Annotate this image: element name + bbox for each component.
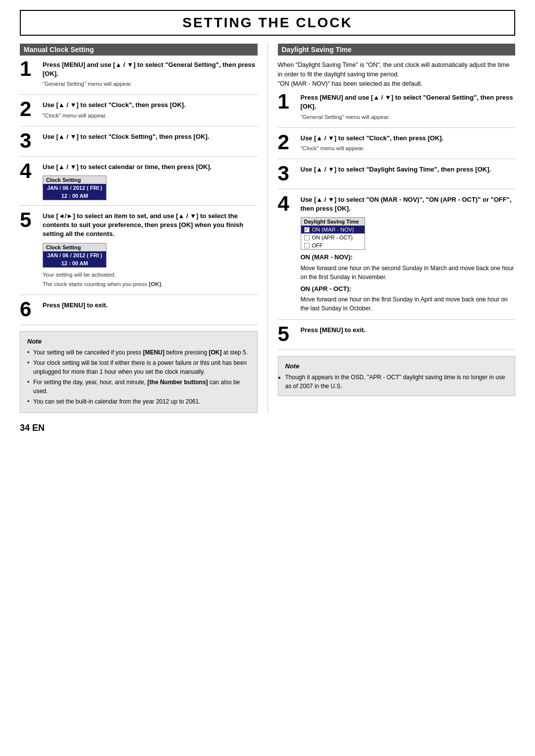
page-footer: 34 EN xyxy=(20,423,515,433)
right-step-number-1: 1 xyxy=(278,91,297,112)
step-4-content: Use [▲ / ▼] to select calendar or time, … xyxy=(43,163,258,200)
right-step-1-instruction: Press [MENU] and use [▲ / ▼] to select "… xyxy=(301,93,516,111)
left-note-title: Note xyxy=(27,337,250,347)
dst-option-2-label: ON (APR - OCT) xyxy=(312,234,353,240)
right-column: Daylight Saving Time When "Daylight Savi… xyxy=(268,44,516,413)
on-apr-oct-text: Move forward one hour on the first Sunda… xyxy=(301,295,516,313)
on-apr-oct-label: ON (APR - OCT): xyxy=(301,285,516,293)
dst-option-1: ON (MAR - NOV) xyxy=(301,226,365,233)
right-step-4: 4 Use [▲ / ▼] to select "ON (MAR - NOV)"… xyxy=(278,195,516,320)
right-note-item-1: Though it appears in the OSD, "APR - OCT… xyxy=(285,373,508,391)
step-1-instruction: Press [MENU] and use [▲ / ▼] to select "… xyxy=(43,60,258,78)
step-2-sub: "Clock" menu will appear. xyxy=(43,112,258,119)
step-number-2: 2 xyxy=(20,99,39,119)
left-note-item-4: You can set the built-in calendar from t… xyxy=(27,397,250,406)
right-step-3-content: Use [▲ / ▼] to select "Daylight Saving T… xyxy=(301,165,516,175)
right-step-number-2: 2 xyxy=(278,132,297,153)
left-note-box: Note Your setting will be cancelled if y… xyxy=(20,331,258,413)
step-4-instruction: Use [▲ / ▼] to select calendar or time, … xyxy=(43,163,258,172)
dst-checkbox-1 xyxy=(304,227,310,233)
step-2-instruction: Use [▲ / ▼] to select "Clock", then pres… xyxy=(43,101,258,110)
right-step-1-content: Press [MENU] and use [▲ / ▼] to select "… xyxy=(301,93,516,122)
right-step-1-sub: "General Setting" menu will appear. xyxy=(301,113,516,121)
step-1-sub: "General Setting" menu will appear. xyxy=(43,80,258,88)
clock-box-title-5: Clock Setting xyxy=(43,243,106,251)
right-step-3-instruction: Use [▲ / ▼] to select "Daylight Saving T… xyxy=(301,165,516,174)
step-number-6: 6 xyxy=(20,299,39,320)
left-note-item-1: Your setting will be cancelled if you pr… xyxy=(27,348,250,357)
right-note-list: Though it appears in the OSD, "APR - OCT… xyxy=(285,373,508,391)
right-step-2-sub: "Clock" menu will appear. xyxy=(301,144,516,152)
dst-option-1-label: ON (MAR - NOV) xyxy=(312,227,354,233)
two-column-layout: Manual Clock Setting 1 Press [MENU] and … xyxy=(20,44,515,413)
on-mar-nov-label: ON (MAR - NOV): xyxy=(301,253,516,262)
step-number-1: 1 xyxy=(20,58,39,79)
step-5-after-text2: The clock starts counting when you press… xyxy=(43,280,258,288)
right-step-number-3: 3 xyxy=(278,163,297,184)
left-step-6: 6 Press [MENU] to exit. xyxy=(20,301,258,325)
dst-box: Daylight Saving Time ON (MAR - NOV) ON (… xyxy=(301,217,365,250)
step-1-content: Press [MENU] and use [▲ / ▼] to select "… xyxy=(43,60,258,89)
left-column: Manual Clock Setting 1 Press [MENU] and … xyxy=(20,44,268,413)
right-step-1: 1 Press [MENU] and use [▲ / ▼] to select… xyxy=(278,93,516,127)
daylight-saving-time-header: Daylight Saving Time xyxy=(278,44,516,56)
dst-checkbox-3 xyxy=(304,243,310,248)
right-step-4-content: Use [▲ / ▼] to select "ON (MAR - NOV)", … xyxy=(301,195,516,314)
clock-box-date-5: JAN / 06 / 2012 ( FRI ) xyxy=(43,251,106,259)
clock-box-time-4: 12 : 00 AM xyxy=(43,192,106,200)
right-step-2: 2 Use [▲ / ▼] to select "Clock", then pr… xyxy=(278,134,516,159)
step-3-instruction: Use [▲ / ▼] to select "Clock Setting", t… xyxy=(43,132,258,141)
clock-box-step4: Clock Setting JAN / 06 / 2012 ( FRI ) 12… xyxy=(43,175,107,200)
footer-text: 34 EN xyxy=(20,423,45,433)
dst-intro-text: When "Daylight Saving Time" is "ON", the… xyxy=(278,60,516,88)
page-title: SETTING THE CLOCK xyxy=(20,10,515,36)
step-number-3: 3 xyxy=(20,130,39,151)
step-number-4: 4 xyxy=(20,161,39,181)
right-step-5-content: Press [MENU] to exit. xyxy=(301,326,516,336)
page: SETTING THE CLOCK Manual Clock Setting 1… xyxy=(0,0,535,756)
right-step-2-instruction: Use [▲ / ▼] to select "Clock", then pres… xyxy=(301,134,516,143)
left-step-5: 5 Use [◄/►] to select an item to set, an… xyxy=(20,212,258,295)
right-note-box: Note Though it appears in the OSD, "APR … xyxy=(278,356,516,397)
clock-box-time-5: 12 : 00 AM xyxy=(43,259,106,267)
dst-option-2: ON (APR - OCT) xyxy=(301,233,365,241)
right-step-5-instruction: Press [MENU] to exit. xyxy=(301,326,516,335)
left-note-item-3: For setting the day, year, hour, and min… xyxy=(27,378,250,396)
dst-option-3-label: OFF xyxy=(312,242,323,248)
step-2-content: Use [▲ / ▼] to select "Clock", then pres… xyxy=(43,101,258,120)
dst-checkbox-2 xyxy=(304,235,310,240)
dst-box-title: Daylight Saving Time xyxy=(301,218,365,226)
right-note-title: Note xyxy=(285,361,508,371)
step-number-5: 5 xyxy=(20,210,39,231)
manual-clock-setting-header: Manual Clock Setting xyxy=(20,44,258,56)
right-step-number-4: 4 xyxy=(278,193,297,214)
clock-box-title-4: Clock Setting xyxy=(43,176,106,184)
step-5-instruction: Use [◄/►] to select an item to set, and … xyxy=(43,212,258,239)
left-step-1: 1 Press [MENU] and use [▲ / ▼] to select… xyxy=(20,60,258,95)
right-step-4-instruction: Use [▲ / ▼] to select "ON (MAR - NOV)", … xyxy=(301,195,516,213)
left-step-3: 3 Use [▲ / ▼] to select "Clock Setting",… xyxy=(20,132,258,157)
dst-option-3: OFF xyxy=(301,241,365,249)
step-5-content: Use [◄/►] to select an item to set, and … xyxy=(43,212,258,290)
left-note-item-2: Your clock setting will be lost if eithe… xyxy=(27,358,250,376)
right-step-3: 3 Use [▲ / ▼] to select "Daylight Saving… xyxy=(278,165,516,189)
right-step-2-content: Use [▲ / ▼] to select "Clock", then pres… xyxy=(301,134,516,154)
left-step-4: 4 Use [▲ / ▼] to select calendar or time… xyxy=(20,163,258,206)
step-6-instruction: Press [MENU] to exit. xyxy=(43,301,258,310)
right-step-number-5: 5 xyxy=(278,324,297,345)
left-step-2: 2 Use [▲ / ▼] to select "Clock", then pr… xyxy=(20,101,258,126)
right-step-5: 5 Press [MENU] to exit. xyxy=(278,326,516,350)
step-6-content: Press [MENU] to exit. xyxy=(43,301,258,311)
on-mar-nov-text: Move forward one hour on the second Sund… xyxy=(301,264,516,282)
clock-box-date-4: JAN / 06 / 2012 ( FRI ) xyxy=(43,184,106,192)
clock-box-step5: Clock Setting JAN / 06 / 2012 ( FRI ) 12… xyxy=(43,243,107,268)
step-3-content: Use [▲ / ▼] to select "Clock Setting", t… xyxy=(43,132,258,143)
step-5-after-text: Your setting will be activated. xyxy=(43,271,258,279)
left-note-list: Your setting will be cancelled if you pr… xyxy=(27,348,250,406)
